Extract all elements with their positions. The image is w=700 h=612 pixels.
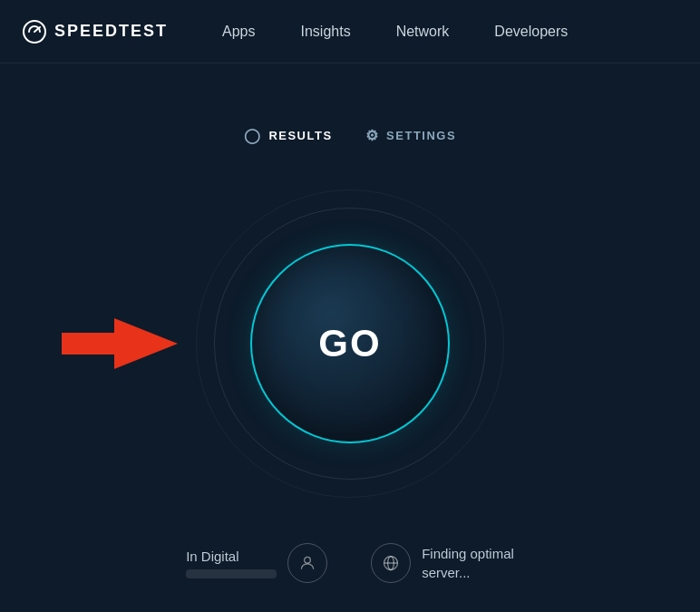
nav-link-developers[interactable]: Developers <box>476 16 586 47</box>
location-label: In Digital <box>186 549 277 564</box>
globe-icon <box>382 554 400 572</box>
nav-link-insights[interactable]: Insights <box>283 16 369 47</box>
go-label: GO <box>318 322 381 365</box>
nav-link-apps[interactable]: Apps <box>204 16 273 47</box>
navbar: SPEEDTEST Apps Insights Network Develope… <box>0 0 700 63</box>
nav-item-network[interactable]: Network <box>378 16 468 47</box>
tab-results-label: RESULTS <box>268 129 332 142</box>
location-info: In Digital <box>186 543 327 583</box>
nav-link-network[interactable]: Network <box>378 16 468 47</box>
globe-icon-circle[interactable] <box>371 543 411 583</box>
nav-item-insights[interactable]: Insights <box>283 16 369 47</box>
tab-settings[interactable]: ⚙ SETTINGS <box>365 127 457 144</box>
tab-results[interactable]: ◯ RESULTS <box>244 127 333 144</box>
user-icon-circle[interactable] <box>287 543 327 583</box>
main-content: ◯ RESULTS ⚙ SETTINGS GO In Digital <box>0 63 700 583</box>
results-check-icon: ◯ <box>244 127 262 144</box>
speedtest-logo-icon <box>22 19 47 44</box>
bottom-info: In Digital Finding optimal serv <box>0 543 700 583</box>
speedtest-area: GO <box>196 189 504 498</box>
arrow-container <box>114 318 178 369</box>
go-button[interactable]: GO <box>250 244 450 443</box>
nav-links: Apps Insights Network Developers <box>204 16 586 47</box>
user-icon <box>298 554 316 572</box>
logo[interactable]: SPEEDTEST <box>22 19 168 44</box>
server-label-line2: server... <box>422 563 514 582</box>
nav-item-developers[interactable]: Developers <box>476 16 586 47</box>
logo-text: SPEEDTEST <box>54 22 168 41</box>
tab-row: ◯ RESULTS ⚙ SETTINGS <box>244 127 456 144</box>
go-arrow <box>114 318 178 369</box>
server-info: Finding optimal server... <box>371 543 514 583</box>
svg-point-2 <box>305 557 311 563</box>
tab-settings-label: SETTINGS <box>386 129 456 142</box>
nav-item-apps[interactable]: Apps <box>204 16 273 47</box>
server-label-line1: Finding optimal <box>422 544 514 563</box>
location-sublabel <box>186 569 277 578</box>
settings-gear-icon: ⚙ <box>365 127 380 144</box>
server-text: Finding optimal server... <box>422 544 514 582</box>
